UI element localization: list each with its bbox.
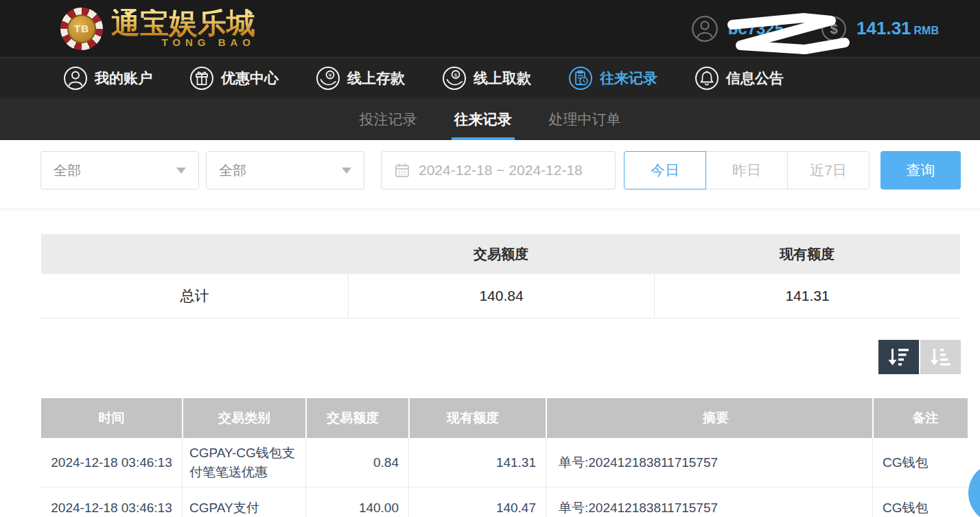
date-range-input[interactable]: 2024-12-18 ~ 2024-12-18: [381, 151, 616, 189]
sort-ascending-button[interactable]: [920, 340, 961, 374]
table-row: 2024-12-18 03:46:13 CGPAY-CG钱包支付笔笔送优惠 0.…: [41, 438, 968, 487]
poker-chip-icon: TB: [60, 8, 103, 50]
calendar-icon: [394, 162, 410, 179]
nav-item-my-account[interactable]: 我的账户: [63, 66, 152, 91]
nav-label: 线上存款: [347, 69, 405, 88]
cell-amount: 0.84: [305, 438, 408, 487]
header-amount: 交易额度: [305, 398, 408, 438]
nav-label: 信息公告: [726, 69, 784, 88]
top-header: TB 通宝娱乐城 TONG BAO bc7325 $: [0, 0, 980, 57]
today-button[interactable]: 今日: [624, 151, 706, 189]
summary-total-row: 总计 140.84 141.31: [41, 274, 960, 319]
select-value: 全部: [54, 161, 81, 180]
records-icon: [568, 66, 593, 91]
quick-date-group: 今日 昨日 近7日: [624, 151, 870, 189]
type-select-1[interactable]: 全部: [40, 151, 199, 189]
brand-name-cn: 通宝娱乐城: [111, 9, 255, 38]
summary-header-transaction: 交易额度: [348, 245, 654, 264]
cell-summary: 单号:202412183811715757: [546, 487, 872, 517]
brand-logo[interactable]: TB 通宝娱乐城 TONG BAO: [60, 8, 255, 50]
filter-section: 全部 全部 2024-12-18 ~ 2024-12-18 今日 昨日 近7日 …: [0, 140, 980, 209]
sub-tab-bar: 投注记录 往来记录 处理中订单: [0, 98, 980, 140]
user-avatar-icon: [691, 15, 719, 43]
date-range-value: 2024-12-18 ~ 2024-12-18: [419, 162, 583, 179]
cell-time: 2024-12-18 03:46:13: [41, 487, 182, 517]
last7days-button[interactable]: 近7日: [787, 151, 870, 189]
chevron-down-icon: [176, 168, 186, 174]
svg-text:$: $: [830, 21, 837, 36]
nav-item-promotions[interactable]: 优惠中心: [189, 66, 279, 91]
cell-type: CGPAY-CG钱包支付笔笔送优惠: [182, 438, 305, 487]
nav-label: 往来记录: [600, 69, 657, 88]
summary-transaction-total: 140.84: [348, 274, 654, 318]
username-text: bc7325: [728, 19, 784, 38]
main-nav: 我的账户 优惠中心 ¥ 线上存款 $ 线上取款: [0, 57, 980, 98]
select-value: 全部: [219, 161, 246, 180]
deposit-icon: ¥: [316, 66, 340, 91]
cell-summary: 单号:202412183811715757: [546, 438, 872, 487]
gift-icon: [189, 66, 214, 91]
nav-label: 我的账户: [95, 69, 152, 88]
sort-descending-button[interactable]: [878, 340, 919, 374]
summary-header-available: 现有额度: [654, 245, 960, 264]
search-button[interactable]: 查询: [880, 151, 961, 189]
cell-available: 140.47: [408, 487, 546, 517]
sort-controls: [0, 340, 961, 374]
tab-transaction-records[interactable]: 往来记录: [452, 98, 515, 140]
summary-total-label: 总计: [41, 286, 348, 306]
user-icon: [63, 66, 88, 91]
cell-available: 141.31: [408, 438, 546, 487]
table-header-row: 时间 交易类别 交易额度 现有额度 摘要 备注: [41, 398, 968, 438]
header-time: 时间: [41, 398, 182, 438]
nav-label: 优惠中心: [221, 69, 279, 88]
balance-amount: 141.31RMB: [856, 18, 939, 39]
tab-pending-orders[interactable]: 处理中订单: [546, 98, 624, 140]
user-account[interactable]: bc7325: [691, 15, 784, 43]
sort-descending-icon: [886, 346, 912, 368]
tab-betting-records[interactable]: 投注记录: [357, 98, 420, 140]
nav-item-transaction-records[interactable]: 往来记录: [568, 66, 657, 91]
bell-icon: [695, 66, 719, 91]
chip-monogram: TB: [67, 14, 96, 43]
sort-ascending-icon: [928, 346, 954, 368]
header-type: 交易类别: [182, 398, 305, 438]
nav-item-deposit[interactable]: ¥ 线上存款: [316, 66, 405, 91]
dollar-circle-icon: $: [821, 16, 847, 42]
chevron-down-icon: [342, 168, 351, 174]
cell-note: CG钱包: [872, 438, 968, 487]
header-note: 备注: [872, 398, 968, 438]
cell-time: 2024-12-18 03:46:13: [41, 438, 182, 487]
summary-table: 交易额度 现有额度 总计 140.84 141.31: [41, 234, 960, 319]
summary-header-row: 交易额度 现有额度: [41, 234, 960, 274]
customer-service-float-button[interactable]: [968, 462, 980, 517]
header-available: 现有额度: [408, 398, 546, 438]
header-summary: 摘要: [546, 398, 872, 438]
type-select-2[interactable]: 全部: [206, 151, 364, 189]
records-table: 时间 交易类别 交易额度 现有额度 摘要 备注 2024-12-18 03:46…: [41, 398, 968, 517]
nav-item-announcements[interactable]: 信息公告: [695, 66, 784, 91]
svg-text:$: $: [454, 71, 458, 78]
withdraw-icon: $: [442, 66, 467, 91]
table-row: 2024-12-18 03:46:13 CGPAY支付 140.00 140.4…: [41, 487, 968, 517]
summary-available-total: 141.31: [654, 274, 960, 318]
cell-note: CG钱包: [872, 487, 968, 517]
yesterday-button[interactable]: 昨日: [705, 151, 788, 189]
balance-box[interactable]: $ 141.31RMB: [821, 16, 939, 42]
cell-type: CGPAY支付: [182, 487, 305, 517]
cell-amount: 140.00: [305, 487, 408, 517]
nav-item-withdraw[interactable]: $ 线上取款: [442, 66, 531, 91]
currency-label: RMB: [914, 25, 939, 36]
nav-label: 线上取款: [474, 69, 531, 88]
brand-name-en: TONG BAO: [111, 36, 255, 48]
svg-text:¥: ¥: [328, 72, 332, 78]
